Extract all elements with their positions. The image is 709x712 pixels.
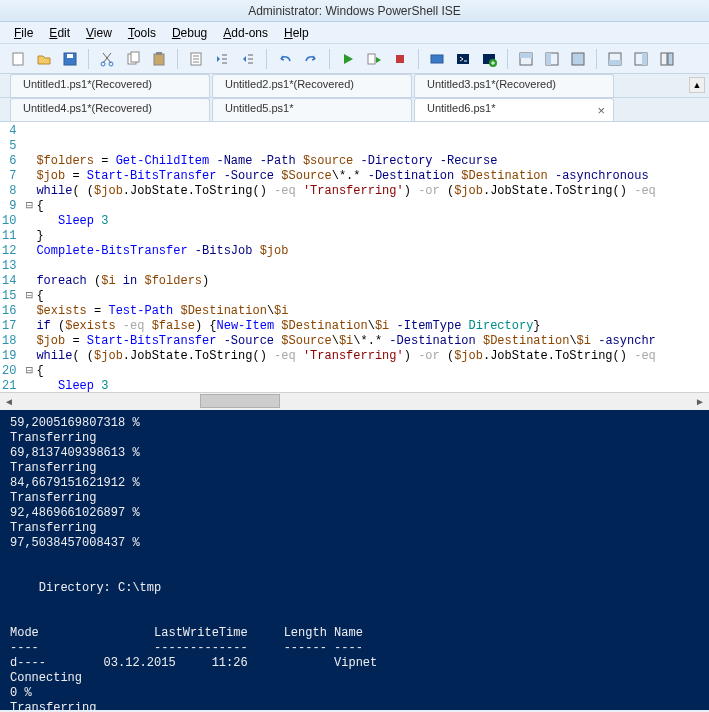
menu-tools[interactable]: Tools bbox=[122, 24, 162, 42]
scroll-left-icon[interactable]: ◄ bbox=[0, 393, 18, 411]
svg-rect-2 bbox=[67, 54, 73, 58]
save-icon[interactable] bbox=[58, 47, 82, 71]
svg-rect-22 bbox=[609, 60, 621, 65]
code-area[interactable]: $folders = Get-ChildItem -Name -Path $so… bbox=[22, 122, 709, 392]
window-titlebar: Administrator: Windows PowerShell ISE bbox=[0, 0, 709, 22]
svg-rect-26 bbox=[668, 53, 673, 65]
new-remote-icon[interactable] bbox=[477, 47, 501, 71]
code-editor[interactable]: 456789101112131415161718192021222324 $fo… bbox=[0, 122, 709, 392]
svg-rect-12 bbox=[431, 55, 443, 63]
undo-icon[interactable] bbox=[273, 47, 297, 71]
remote-icon[interactable] bbox=[425, 47, 449, 71]
layout1-icon[interactable] bbox=[514, 47, 538, 71]
svg-rect-17 bbox=[520, 53, 532, 58]
tab-untitled1[interactable]: Untitled1.ps1*(Recovered) bbox=[10, 74, 210, 97]
copy-icon[interactable] bbox=[121, 47, 145, 71]
new-icon[interactable] bbox=[6, 47, 30, 71]
tab-label: Untitled4.ps1*(Recovered) bbox=[23, 102, 152, 114]
svg-rect-24 bbox=[642, 53, 647, 65]
layout2-icon[interactable] bbox=[540, 47, 564, 71]
toolbar bbox=[0, 44, 709, 74]
tab-label: Untitled1.ps1*(Recovered) bbox=[23, 78, 152, 90]
tab-label: Untitled6.ps1* bbox=[427, 102, 496, 114]
svg-rect-0 bbox=[13, 53, 23, 65]
tab-untitled5[interactable]: Untitled5.ps1* bbox=[212, 98, 412, 121]
tab-untitled3[interactable]: Untitled3.ps1*(Recovered) bbox=[414, 74, 614, 97]
console-pane[interactable]: 59,2005169807318 % Transferring 69,81374… bbox=[0, 410, 709, 710]
svg-rect-25 bbox=[661, 53, 667, 65]
run-icon[interactable] bbox=[336, 47, 360, 71]
svg-rect-19 bbox=[546, 53, 551, 65]
layout3-icon[interactable] bbox=[566, 47, 590, 71]
svg-rect-6 bbox=[131, 52, 139, 62]
outdent-icon[interactable] bbox=[210, 47, 234, 71]
show-command-icon[interactable] bbox=[655, 47, 679, 71]
scroll-right-icon[interactable]: ► bbox=[691, 393, 709, 411]
line-number-gutter: 456789101112131415161718192021222324 bbox=[0, 122, 22, 392]
run-selection-icon[interactable] bbox=[362, 47, 386, 71]
menu-addons[interactable]: Add-ons bbox=[217, 24, 274, 42]
tab-label: Untitled2.ps1*(Recovered) bbox=[225, 78, 354, 90]
powershell-icon[interactable] bbox=[451, 47, 475, 71]
tab-scroll-up-icon[interactable]: ▲ bbox=[689, 77, 705, 93]
clear-icon[interactable] bbox=[184, 47, 208, 71]
close-icon[interactable]: × bbox=[597, 103, 605, 118]
menu-edit[interactable]: Edit bbox=[43, 24, 76, 42]
stop-icon[interactable] bbox=[388, 47, 412, 71]
tab-untitled6[interactable]: Untitled6.ps1*× bbox=[414, 98, 614, 121]
menu-debug[interactable]: Debug bbox=[166, 24, 213, 42]
tab-untitled2[interactable]: Untitled2.ps1*(Recovered) bbox=[212, 74, 412, 97]
tab-untitled4[interactable]: Untitled4.ps1*(Recovered) bbox=[10, 98, 210, 121]
menu-view[interactable]: View bbox=[80, 24, 118, 42]
tab-label: Untitled3.ps1*(Recovered) bbox=[427, 78, 556, 90]
command-addon-icon[interactable] bbox=[629, 47, 653, 71]
paste-icon[interactable] bbox=[147, 47, 171, 71]
svg-rect-7 bbox=[154, 54, 164, 65]
menu-help[interactable]: Help bbox=[278, 24, 315, 42]
svg-rect-20 bbox=[572, 53, 584, 65]
script-pane-icon[interactable] bbox=[603, 47, 627, 71]
menu-file[interactable]: File bbox=[8, 24, 39, 42]
tab-label: Untitled5.ps1* bbox=[225, 102, 294, 114]
horizontal-scrollbar[interactable]: ◄ ► bbox=[0, 392, 709, 410]
menubar: File Edit View Tools Debug Add-ons Help bbox=[0, 22, 709, 44]
svg-rect-10 bbox=[368, 54, 375, 64]
redo-icon[interactable] bbox=[299, 47, 323, 71]
indent-icon[interactable] bbox=[236, 47, 260, 71]
open-icon[interactable] bbox=[32, 47, 56, 71]
svg-rect-8 bbox=[156, 52, 162, 55]
tab-row-2: Untitled4.ps1*(Recovered) Untitled5.ps1*… bbox=[0, 98, 709, 122]
svg-rect-11 bbox=[396, 55, 404, 63]
tab-row-1: Untitled1.ps1*(Recovered) Untitled2.ps1*… bbox=[0, 74, 709, 98]
window-title: Administrator: Windows PowerShell ISE bbox=[248, 4, 461, 18]
scroll-thumb[interactable] bbox=[200, 394, 280, 408]
cut-icon[interactable] bbox=[95, 47, 119, 71]
